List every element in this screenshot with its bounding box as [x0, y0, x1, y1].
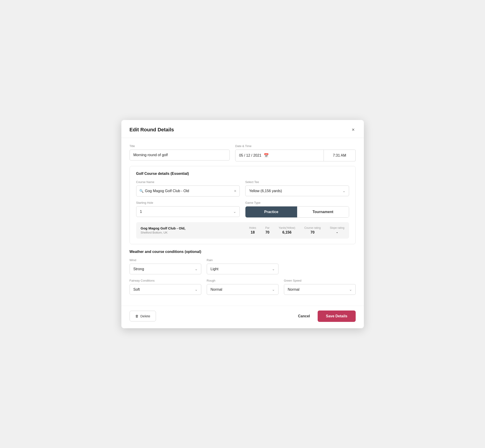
title-label: Title: [129, 144, 230, 148]
course-rating-label: Course rating: [304, 226, 321, 230]
starting-hole-wrapper: 1 ⌄: [136, 206, 240, 217]
green-speed-label: Green Speed: [284, 279, 356, 282]
fairway-wrapper: Soft ⌄: [129, 284, 201, 295]
game-type-toggle: Practice Tournament: [245, 206, 349, 218]
date-value: 05 / 12 / 2021: [239, 153, 261, 158]
yards-stat: Yards(Yellow) 6,156: [279, 226, 295, 234]
green-speed-wrapper: Normal ⌄: [284, 284, 356, 295]
rain-group: Rain Light ⌄: [207, 258, 278, 274]
wind-rain-row: Wind Strong ⌄ Rain Light ⌄: [129, 258, 356, 274]
select-tee-label: Select Tee: [245, 180, 349, 184]
title-date-row: Title Date & Time 05 / 12 / 2021 📅 7:31 …: [129, 144, 356, 161]
course-info-name: Gog Magog Golf Club - Old, Shelford Bott…: [141, 226, 240, 234]
wind-dropdown[interactable]: Strong: [129, 264, 201, 274]
slope-rating-stat: Slope rating -: [330, 226, 344, 234]
wind-wrapper: Strong ⌄: [129, 264, 201, 274]
conditions-title: Weather and course conditions (optional): [129, 250, 356, 254]
rain-wrapper: Light ⌄: [207, 264, 278, 274]
rain-label: Rain: [207, 258, 278, 262]
wind-label: Wind: [129, 258, 201, 262]
cancel-button[interactable]: Cancel: [296, 311, 312, 321]
rough-group: Rough Normal ⌄: [207, 279, 278, 295]
golf-course-title: Golf Course details (Essential): [136, 172, 349, 176]
search-icon: 🔍: [139, 189, 144, 193]
clear-icon[interactable]: ✕: [234, 189, 237, 193]
starting-hole-dropdown[interactable]: 1: [136, 206, 240, 217]
tournament-button[interactable]: Tournament: [297, 207, 349, 217]
course-rating-stat: Course rating 70: [304, 226, 321, 234]
wind-group: Wind Strong ⌄: [129, 258, 201, 274]
title-group: Title: [129, 144, 230, 161]
yards-value: 6,156: [282, 230, 291, 234]
course-name-label: Course Name: [136, 180, 240, 184]
fairway-group: Fairway Conditions Soft ⌄: [129, 279, 201, 295]
holes-value: 18: [251, 230, 255, 234]
date-field[interactable]: 05 / 12 / 2021 📅: [235, 150, 324, 161]
yards-label: Yards(Yellow): [279, 226, 295, 230]
save-button[interactable]: Save Details: [318, 311, 356, 322]
date-time-fields: 05 / 12 / 2021 📅 7:31 AM: [235, 150, 356, 161]
rough-wrapper: Normal ⌄: [207, 284, 278, 295]
fairway-label: Fairway Conditions: [129, 279, 201, 282]
trash-icon: 🗑: [135, 314, 139, 318]
time-field[interactable]: 7:31 AM: [324, 150, 356, 161]
practice-button[interactable]: Practice: [245, 207, 297, 217]
hole-gametype-row: Starting Hole 1 ⌄ Game Type Practice Tou…: [136, 201, 349, 218]
date-time-group: Date & Time 05 / 12 / 2021 📅 7:31 AM: [235, 144, 356, 161]
modal-header: Edit Round Details ×: [121, 120, 364, 138]
green-speed-group: Green Speed Normal ⌄: [284, 279, 356, 295]
delete-label: Delete: [140, 314, 150, 318]
starting-hole-group: Starting Hole 1 ⌄: [136, 201, 240, 218]
golf-course-section: Golf Course details (Essential) Course N…: [129, 166, 356, 244]
holes-label: Holes: [249, 226, 256, 230]
course-rating-value: 70: [311, 230, 315, 234]
green-speed-dropdown[interactable]: Normal: [284, 284, 356, 295]
edit-round-modal: Edit Round Details × Title Date & Time 0…: [121, 120, 364, 328]
course-name-display: Gog Magog Golf Club - Old,: [141, 226, 240, 230]
par-label: Par: [265, 226, 270, 230]
fairway-rough-green-row: Fairway Conditions Soft ⌄ Rough Normal: [129, 279, 356, 295]
slope-rating-value: -: [337, 230, 338, 234]
starting-hole-label: Starting Hole: [136, 201, 240, 204]
select-tee-group: Select Tee Yellow (6,156 yards) ⌄: [245, 180, 349, 196]
modal-title: Edit Round Details: [129, 127, 174, 133]
title-input[interactable]: [129, 150, 230, 160]
course-tee-row: Course Name 🔍 ✕ Select Tee Yellow (6,156…: [136, 180, 349, 196]
conditions-section: Weather and course conditions (optional)…: [129, 250, 356, 295]
close-button[interactable]: ×: [351, 126, 356, 133]
fairway-dropdown[interactable]: Soft: [129, 284, 201, 295]
holes-stat: Holes 18: [249, 226, 256, 234]
select-tee-dropdown[interactable]: Yellow (6,156 yards): [245, 185, 349, 196]
course-name-input[interactable]: [136, 185, 240, 196]
time-value: 7:31 AM: [333, 153, 346, 158]
par-value: 70: [265, 230, 269, 234]
rough-dropdown[interactable]: Normal: [207, 284, 278, 295]
course-name-group: Course Name 🔍 ✕: [136, 180, 240, 196]
date-time-label: Date & Time: [235, 144, 356, 148]
course-name-wrapper: 🔍 ✕: [136, 185, 240, 196]
footer-right: Cancel Save Details: [296, 311, 356, 322]
slope-rating-label: Slope rating: [330, 226, 344, 230]
select-tee-wrapper: Yellow (6,156 yards) ⌄: [245, 185, 349, 196]
game-type-group: Game Type Practice Tournament: [245, 201, 349, 218]
game-type-label: Game Type: [245, 201, 349, 204]
rough-label: Rough: [207, 279, 278, 282]
rain-dropdown[interactable]: Light: [207, 264, 278, 274]
course-info-bar: Gog Magog Golf Club - Old, Shelford Bott…: [136, 222, 349, 239]
modal-body: Title Date & Time 05 / 12 / 2021 📅 7:31 …: [121, 138, 364, 304]
delete-button[interactable]: 🗑 Delete: [129, 311, 156, 321]
modal-footer: 🗑 Delete Cancel Save Details: [121, 306, 364, 328]
calendar-icon: 📅: [264, 153, 269, 158]
par-stat: Par 70: [265, 226, 270, 234]
course-location: Shelford Bottom, UK: [141, 231, 240, 234]
